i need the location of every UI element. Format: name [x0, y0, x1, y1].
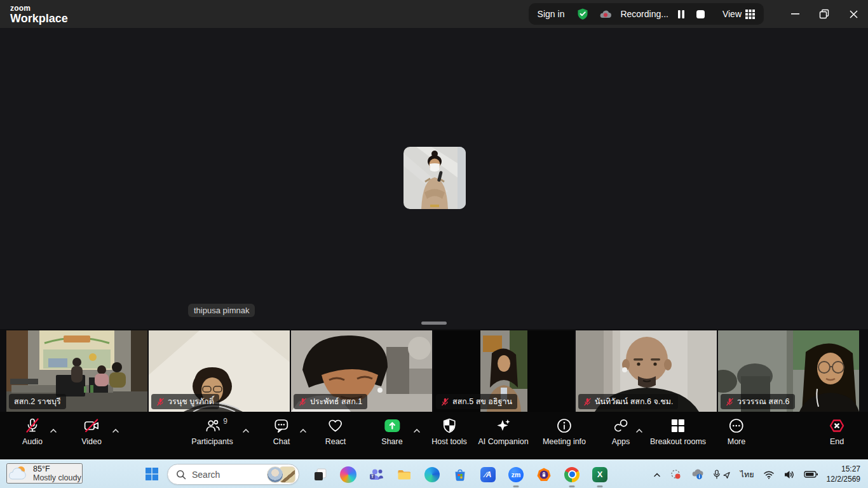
- minimize-button[interactable]: [780, 0, 810, 28]
- ai-companion-button[interactable]: AI Companion: [478, 417, 528, 446]
- participant-tile[interactable]: วรวรรณ สสก.6: [718, 330, 859, 412]
- restore-button[interactable]: [810, 0, 839, 28]
- tray-time: 15:27: [827, 464, 860, 475]
- participants-options-chevron[interactable]: [241, 424, 251, 437]
- ai-companion-sparkle-icon: [495, 417, 512, 434]
- muted-mic-icon: [156, 398, 165, 406]
- weather-widget[interactable]: 85°F Mostly cloudy: [6, 463, 83, 484]
- heart-react-icon: [327, 417, 344, 434]
- grid-view-icon: [745, 10, 755, 19]
- meeting-info-button[interactable]: Meeting info: [543, 417, 586, 446]
- meeting-toolbar: Audio Video 9 Participants Chat React: [0, 412, 868, 459]
- windows-logo-icon: [144, 466, 159, 482]
- tray-date: 12/2/2569: [827, 475, 860, 485]
- info-icon: [556, 417, 573, 434]
- muted-mic-icon: [583, 398, 592, 406]
- participant-name-label: สสก.5 สข อธิฐาน: [436, 394, 517, 409]
- participant-name-label: ประพัทธ์ สสก.1: [294, 394, 367, 409]
- start-button[interactable]: [142, 464, 161, 484]
- a-app-button[interactable]: ∕A: [474, 460, 502, 488]
- edge-icon: [424, 467, 440, 482]
- filmstrip-drag-handle[interactable]: [421, 322, 447, 325]
- participant-name-label: สสก.2 ราชบุรี: [9, 394, 66, 409]
- sign-in-button[interactable]: Sign in: [538, 9, 565, 19]
- video-button[interactable]: Video: [81, 417, 102, 446]
- taskbar-search[interactable]: Search: [167, 464, 299, 485]
- copilot-button[interactable]: [334, 460, 362, 488]
- chrome-icon: [564, 467, 580, 482]
- weather-icon: [8, 465, 28, 482]
- participant-name-label: นันทิวัฒน์ สสก.6 จ.ชม.: [578, 394, 678, 409]
- weather-temperature: 85°F: [33, 464, 81, 473]
- microsoft-store-button[interactable]: [446, 460, 474, 488]
- privacy-mic-location-indicator[interactable]: [708, 460, 736, 488]
- view-button[interactable]: View: [722, 9, 755, 19]
- host-tools-button[interactable]: Host tools: [431, 417, 467, 446]
- search-icon: [176, 470, 186, 480]
- breakout-rooms-button[interactable]: Breakout rooms: [650, 417, 706, 446]
- search-placeholder: Search: [192, 470, 267, 480]
- audio-options-chevron[interactable]: [48, 424, 58, 437]
- excel-button[interactable]: X: [586, 460, 614, 488]
- running-indicator: [513, 485, 519, 487]
- svg-text:T: T: [371, 474, 374, 478]
- wifi-tray-icon[interactable]: [759, 460, 779, 488]
- audio-button[interactable]: Audio: [22, 417, 43, 446]
- participant-tile[interactable]: ประพัทธ์ สสก.1: [291, 330, 432, 412]
- muted-mic-icon: [441, 398, 449, 406]
- battery-tray-icon[interactable]: [799, 460, 823, 488]
- stop-recording-button[interactable]: [694, 10, 707, 19]
- participants-button[interactable]: 9 Participants: [191, 417, 233, 446]
- volume-tray-icon[interactable]: [779, 460, 799, 488]
- participant-tile[interactable]: วรนุช บูรภักดิ์: [149, 330, 290, 412]
- muted-mic-icon: [726, 398, 734, 406]
- chat-button[interactable]: Chat: [273, 417, 290, 446]
- host-tools-shield-icon: [441, 417, 458, 434]
- file-explorer-button[interactable]: [390, 460, 418, 488]
- apps-options-chevron[interactable]: [634, 424, 644, 437]
- weather-description: Mostly cloudy: [33, 473, 81, 482]
- edge-button[interactable]: [418, 460, 446, 488]
- onedrive-tray-icon[interactable]: [686, 460, 708, 488]
- language-indicator[interactable]: ไทย: [736, 460, 759, 488]
- titlebar-status-pill: Sign in Recording... View: [529, 3, 764, 25]
- participant-tile[interactable]: นันทิวัฒน์ สสก.6 จ.ชม.: [576, 330, 717, 412]
- share-options-chevron[interactable]: [412, 424, 422, 437]
- copilot-icon: [340, 466, 356, 483]
- search-highlight-image: [267, 466, 283, 483]
- active-speaker-video[interactable]: [403, 147, 466, 209]
- chat-icon: [273, 417, 290, 434]
- windows-taskbar: 85°F Mostly cloudy Search T: [0, 459, 868, 488]
- file-explorer-icon: [397, 467, 412, 482]
- more-button[interactable]: More: [728, 417, 745, 446]
- teams-button[interactable]: T: [362, 460, 390, 488]
- video-options-chevron[interactable]: [111, 424, 121, 437]
- participant-tile[interactable]: สสก.5 สข อธิฐาน: [433, 330, 574, 412]
- speaker-name-label: thipusa pimnak: [188, 304, 255, 317]
- a-app-icon: ∕A: [480, 467, 496, 482]
- chat-options-chevron[interactable]: [298, 424, 308, 437]
- chrome-button[interactable]: [558, 460, 586, 488]
- hidden-icons-chevron[interactable]: [648, 460, 666, 488]
- teams-icon: T: [369, 467, 384, 482]
- end-meeting-button[interactable]: End: [829, 417, 845, 446]
- screen-recorder-tray-icon[interactable]: [666, 460, 686, 488]
- apps-button[interactable]: Apps: [612, 417, 630, 446]
- zoom-app-button[interactable]: zm: [502, 460, 530, 488]
- zoom-workplace-logo: zoom Workplace: [10, 4, 68, 24]
- security-shield-icon[interactable]: [574, 8, 591, 20]
- pause-recording-button[interactable]: [675, 10, 688, 19]
- share-button[interactable]: Share: [381, 417, 402, 446]
- taskbar-app-icons: T ∕A zm: [306, 460, 614, 488]
- brand-zoom: zoom: [10, 4, 68, 12]
- clock-widget[interactable]: 15:27 12/2/2569: [823, 464, 868, 484]
- close-button[interactable]: [839, 0, 868, 28]
- participant-tile[interactable]: สสก.2 ราชบุรี: [6, 330, 147, 412]
- muted-mic-icon: [24, 417, 41, 434]
- avast-button[interactable]: [530, 460, 558, 488]
- recording-cloud-icon: [597, 10, 614, 19]
- muted-mic-icon: [299, 398, 307, 406]
- main-stage: thipusa pimnak: [0, 28, 868, 329]
- task-view-button[interactable]: [306, 460, 334, 488]
- react-button[interactable]: React: [325, 417, 346, 446]
